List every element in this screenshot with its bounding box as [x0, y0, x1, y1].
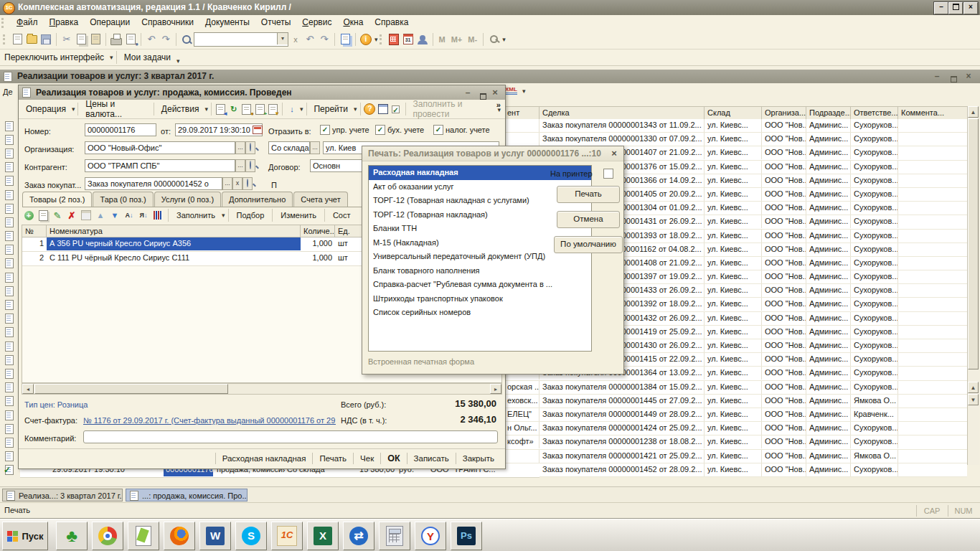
- windows-list-icon[interactable]: [339, 33, 352, 46]
- document-row-icon[interactable]: [0, 174, 19, 188]
- sort-descending-icon[interactable]: Я↓: [137, 209, 150, 222]
- table-settings-icon[interactable]: [377, 103, 388, 116]
- contractor-open-icon[interactable]: [245, 159, 255, 172]
- print-form-item[interactable]: Бланк товарного наполнения: [369, 264, 591, 278]
- document-action-button[interactable]: Чек: [354, 454, 380, 463]
- document-row-icon[interactable]: [0, 243, 19, 257]
- journal-minimize-button[interactable]: –: [931, 70, 943, 83]
- create-linked-icon[interactable]: +: [254, 103, 265, 116]
- document-row-icon[interactable]: [0, 284, 19, 298]
- calendar-picker-icon[interactable]: [253, 126, 263, 134]
- document-row-icon[interactable]: [0, 312, 19, 326]
- checkbox-tax-accounting[interactable]: ✓ налог. учете: [433, 125, 490, 135]
- new-document-icon[interactable]: [11, 33, 24, 46]
- document-title-bar[interactable]: Реализация товаров и услуг: продажа, ком…: [19, 85, 505, 100]
- column-organization[interactable]: Организа...: [762, 107, 806, 119]
- document-action-button[interactable]: Расходная накладная: [216, 454, 313, 463]
- calculator-icon[interactable]: [379, 522, 410, 550]
- doc-minimize-button[interactable]: –: [462, 85, 473, 100]
- prices-currency-button[interactable]: Цены и валюта...: [81, 99, 151, 119]
- calendar-icon[interactable]: 31: [402, 33, 415, 46]
- undo-icon[interactable]: ↶: [145, 33, 158, 46]
- journal-row[interactable]: Заказ покупателя 00000001421 от 25.09.2.…: [504, 450, 967, 463]
- order-clear-icon[interactable]: x: [232, 177, 242, 190]
- scroll-up-icon[interactable]: ▲: [968, 382, 979, 393]
- document-row-icon[interactable]: [0, 450, 19, 463]
- switch-interface-button[interactable]: Переключить интерфейс: [0, 52, 108, 62]
- document-action-button[interactable]: Записать: [407, 454, 456, 463]
- info-icon[interactable]: i: [359, 33, 372, 46]
- menu-item[interactable]: Окна: [337, 15, 369, 27]
- document-tab[interactable]: Счета учет: [293, 192, 347, 207]
- teamviewer-icon[interactable]: ⇄: [343, 522, 374, 550]
- document-row-icon[interactable]: [0, 298, 19, 311]
- document-tab[interactable]: Дополнительно: [222, 192, 293, 207]
- window-tab-document[interactable]: ...: продажа, комиссия. Про...: [126, 489, 248, 501]
- journal-vertical-scrollbar[interactable]: ▲ ▲ ▼: [967, 106, 979, 465]
- contractor-field[interactable]: ООО "ТРАМП СПБ": [85, 159, 235, 172]
- navigate-back-icon[interactable]: ↶: [303, 33, 316, 46]
- journal-row[interactable]: Заказ покупателя 00000001330 от 07.09.2.…: [504, 133, 967, 146]
- menu-item[interactable]: Сервис: [296, 15, 337, 27]
- menu-item[interactable]: Правка: [44, 15, 85, 27]
- order-open-icon[interactable]: [242, 177, 253, 190]
- cut-icon[interactable]: ✂: [60, 33, 73, 46]
- checkbox-management-accounting[interactable]: ✓ упр. учете: [320, 125, 369, 135]
- column-nomenclature[interactable]: Номенклатура: [47, 225, 301, 237]
- toolbar-grip[interactable]: [380, 34, 384, 44]
- start-button[interactable]: Пуск: [2, 522, 48, 550]
- user-calc-icon[interactable]: [416, 33, 429, 46]
- search-input[interactable]: ▾: [194, 32, 288, 47]
- journal-row[interactable]: орская ... Заказ покупателя 00000001384 …: [504, 381, 967, 395]
- document-time-icon[interactable]: ●: [241, 103, 253, 116]
- document-action-button[interactable]: ОК: [381, 453, 406, 463]
- document-row-icon[interactable]: [0, 326, 19, 339]
- print-dialog-close-icon[interactable]: ×: [609, 146, 619, 161]
- to-printer-checkbox[interactable]: [603, 169, 613, 179]
- move-up-icon[interactable]: ▲: [94, 209, 107, 222]
- help-icon[interactable]: ?: [364, 103, 375, 116]
- customer-order-field[interactable]: Заказ покупателя 00000001452 о: [85, 177, 222, 190]
- document-row-icon[interactable]: [0, 230, 19, 243]
- organization-field[interactable]: ООО "Новый-Офис": [85, 141, 235, 154]
- structure-icon[interactable]: ✓: [390, 103, 402, 116]
- memory-m-button[interactable]: M: [436, 35, 448, 44]
- clear-search-icon[interactable]: x: [289, 33, 302, 46]
- warehouse-select-icon[interactable]: ...: [310, 141, 320, 154]
- copy-row-icon[interactable]: [37, 209, 50, 222]
- column-quantity[interactable]: Количе...: [301, 225, 335, 237]
- word-icon[interactable]: W: [199, 522, 231, 550]
- pick-button[interactable]: Подбор: [232, 211, 270, 220]
- notepad-plus-icon[interactable]: [128, 522, 159, 550]
- yandex-icon[interactable]: Y: [415, 522, 446, 550]
- scroll-right-icon[interactable]: ▸: [490, 384, 501, 394]
- composition-button[interactable]: Сост: [328, 211, 356, 220]
- document-movements-icon[interactable]: ▼: [267, 103, 278, 116]
- document-row-icon[interactable]: [0, 161, 19, 174]
- go-to-menu-button[interactable]: Перейти: [309, 104, 352, 114]
- actions-menu-button[interactable]: Действия: [157, 104, 204, 114]
- document-row-icon[interactable]: [0, 435, 19, 449]
- fill-button[interactable]: Заполнить: [171, 211, 220, 220]
- my-tasks-button[interactable]: Мои задачи: [120, 52, 175, 62]
- memory-mplus-button[interactable]: M+: [448, 35, 466, 44]
- invoice-link[interactable]: № 1176 от 29.09.2017 г. (Счет-фактура вы…: [83, 415, 336, 425]
- scroll-left-icon[interactable]: ◂: [22, 384, 34, 394]
- service-settings-icon[interactable]: [487, 33, 500, 46]
- paste-icon[interactable]: [89, 33, 102, 46]
- print-dialog-title-bar[interactable]: Печать: Реализация товаров и услуг 00000…: [362, 146, 623, 161]
- scroll-thumb[interactable]: [968, 118, 979, 369]
- firefox-icon[interactable]: [164, 522, 195, 550]
- calculator-toolbar-icon[interactable]: [387, 33, 400, 46]
- menu-item[interactable]: Документы: [199, 15, 255, 27]
- scroll-up-icon[interactable]: ▲: [968, 106, 979, 118]
- document-row-icon[interactable]: [0, 408, 19, 422]
- print-form-item[interactable]: Список серийных номеров: [369, 306, 591, 320]
- document-row-icon[interactable]: [0, 146, 19, 160]
- journal-row[interactable]: н Ольг... Заказ покупателя 00000001424 о…: [504, 422, 967, 435]
- memory-mminus-button[interactable]: M-: [465, 35, 480, 44]
- scroll-down-icon[interactable]: ▼: [968, 394, 979, 405]
- menu-item[interactable]: Файл: [11, 15, 44, 27]
- menu-item[interactable]: Справка: [369, 15, 414, 27]
- toolbar-grip[interactable]: [3, 34, 7, 44]
